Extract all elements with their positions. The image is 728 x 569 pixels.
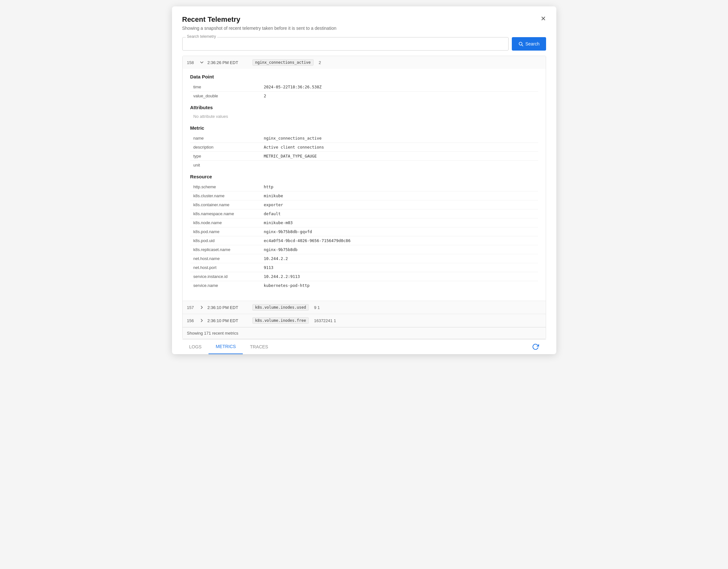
field-key: http.scheme — [190, 183, 261, 191]
item-time: 2:36:10 PM EDT — [208, 305, 249, 310]
chevron-down-icon — [199, 60, 204, 65]
field-value: default — [261, 209, 538, 218]
showing-text: Showing 171 recent metrics — [187, 331, 238, 336]
section-data-point: Data Point — [190, 74, 538, 79]
field-value: ec4a0f54-9bcd-4026-9656-7156479d0c86 — [261, 236, 538, 245]
table-row: value_double 2 — [190, 92, 538, 101]
field-value: http — [261, 183, 538, 191]
telemetry-list: 158 2:36:26 PM EDT nginx_connections_act… — [182, 56, 546, 339]
table-row: description Active client connections — [190, 143, 538, 152]
section-metric: Metric — [190, 125, 538, 131]
field-key: description — [190, 143, 261, 152]
search-area: Search telemetry Search — [182, 37, 546, 51]
refresh-button[interactable] — [530, 341, 541, 352]
data-point-table: time 2024-05-22T18:36:26.538Z value_doub… — [190, 83, 538, 100]
item-count: 16372241 1 — [314, 318, 336, 323]
field-value: exporter — [261, 200, 538, 209]
field-key: type — [190, 152, 261, 161]
field-value: nginx-9b75b8db-gqvfd — [261, 227, 538, 236]
field-key: k8s.replicaset.name — [190, 245, 261, 254]
field-key: k8s.container.name — [190, 200, 261, 209]
field-value: minikube-m03 — [261, 218, 538, 227]
modal-header: Recent Telemetry Showing a snapshot of r… — [182, 15, 546, 31]
svg-line-1 — [522, 45, 523, 46]
field-value: 10.244.2.2 — [261, 254, 538, 263]
resource-table: http.scheme http k8s.cluster.name miniku… — [190, 183, 538, 290]
modal: Recent Telemetry Showing a snapshot of r… — [172, 6, 556, 354]
field-key: name — [190, 134, 261, 143]
tab-metrics[interactable]: METRICS — [209, 339, 243, 354]
field-value: Active client connections — [261, 143, 538, 152]
field-value: 2024-05-22T18:36:26.538Z — [261, 83, 538, 92]
field-value: METRIC_DATA_TYPE_GAUGE — [261, 152, 538, 161]
search-input[interactable] — [186, 37, 505, 50]
table-row: k8s.cluster.name minikube — [190, 191, 538, 200]
table-row: k8s.replicaset.name nginx-9b75b8db — [190, 245, 538, 254]
field-key: k8s.pod.uid — [190, 236, 261, 245]
section-resource: Resource — [190, 174, 538, 179]
table-row: service.name kubernetes-pod-http — [190, 281, 538, 290]
field-value: nginx_connections_active — [261, 134, 538, 143]
table-row: k8s.pod.uid ec4a0f54-9bcd-4026-9656-7156… — [190, 236, 538, 245]
telemetry-item: 158 2:36:26 PM EDT nginx_connections_act… — [183, 56, 546, 301]
telemetry-item-header-158[interactable]: 158 2:36:26 PM EDT nginx_connections_act… — [183, 56, 546, 69]
search-label: Search telemetry — [186, 34, 217, 39]
tab-traces[interactable]: TRACES — [243, 340, 275, 354]
tabs-area: LOGS METRICS TRACES — [182, 339, 546, 354]
item-tag: nginx_connections_active — [252, 59, 314, 66]
field-key: net.host.name — [190, 254, 261, 263]
item-tag: k8s.volume.inodes.used — [252, 304, 309, 311]
no-attributes-text: No attribute values — [190, 113, 538, 122]
table-row: type METRIC_DATA_TYPE_GAUGE — [190, 152, 538, 161]
chevron-right-icon — [199, 305, 204, 310]
field-value: nginx-9b75b8db — [261, 245, 538, 254]
table-row: k8s.container.name exporter — [190, 200, 538, 209]
item-time: 2:36:10 PM EDT — [208, 318, 249, 323]
field-key: unit — [190, 161, 261, 170]
telemetry-item-header-157[interactable]: 157 2:36:10 PM EDT k8s.volume.inodes.use… — [183, 301, 546, 314]
field-key: value_double — [190, 92, 261, 101]
item-index: 156 — [187, 318, 196, 323]
search-icon — [518, 41, 523, 46]
table-row: k8s.pod.name nginx-9b75b8db-gqvfd — [190, 227, 538, 236]
search-button[interactable]: Search — [512, 37, 546, 51]
section-attributes: Attributes — [190, 105, 538, 110]
chevron-right-icon — [199, 318, 204, 323]
table-row: name nginx_connections_active — [190, 134, 538, 143]
field-value — [261, 161, 538, 170]
field-key: time — [190, 83, 261, 92]
telemetry-item-header-156[interactable]: 156 2:36:10 PM EDT k8s.volume.inodes.fre… — [183, 314, 546, 327]
search-input-wrapper: Search telemetry — [182, 37, 509, 51]
table-row: net.host.port 9113 — [190, 263, 538, 272]
field-value: 9113 — [261, 263, 538, 272]
field-value: 10.244.2.2:9113 — [261, 272, 538, 281]
telemetry-expanded-158: Data Point time 2024-05-22T18:36:26.538Z… — [183, 69, 546, 301]
item-index: 157 — [187, 305, 196, 310]
tabs-right — [530, 341, 546, 352]
item-time: 2:36:26 PM EDT — [208, 60, 249, 65]
telemetry-item-156: 156 2:36:10 PM EDT k8s.volume.inodes.fre… — [183, 314, 546, 327]
field-value: 2 — [261, 92, 538, 101]
telemetry-item-157: 157 2:36:10 PM EDT k8s.volume.inodes.use… — [183, 301, 546, 314]
field-key: service.name — [190, 281, 261, 290]
modal-subtitle: Showing a snapshot of recent telemetry t… — [182, 26, 546, 31]
field-value: minikube — [261, 191, 538, 200]
refresh-icon — [532, 343, 539, 350]
field-key: service.instance.id — [190, 272, 261, 281]
footer-bar: Showing 171 recent metrics — [183, 327, 546, 339]
field-value: kubernetes-pod-http — [261, 281, 538, 290]
tab-logs[interactable]: LOGS — [182, 340, 209, 354]
table-row: time 2024-05-22T18:36:26.538Z — [190, 83, 538, 92]
item-count: 9 1 — [314, 305, 320, 310]
field-key: k8s.pod.name — [190, 227, 261, 236]
field-key: k8s.namespace.name — [190, 209, 261, 218]
item-tag: k8s.volume.inodes.free — [252, 317, 309, 324]
item-count: 2 — [319, 60, 321, 65]
table-row: http.scheme http — [190, 183, 538, 191]
modal-title: Recent Telemetry — [182, 15, 546, 24]
field-key: k8s.cluster.name — [190, 191, 261, 200]
table-row: service.instance.id 10.244.2.2:9113 — [190, 272, 538, 281]
table-row: unit — [190, 161, 538, 170]
close-button[interactable]: ✕ — [539, 14, 547, 23]
field-key: k8s.node.name — [190, 218, 261, 227]
